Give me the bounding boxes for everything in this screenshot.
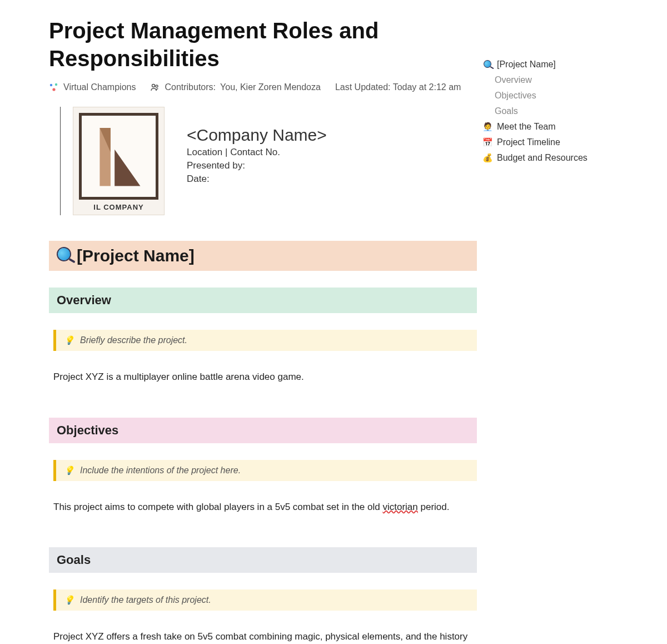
people-icon xyxy=(150,82,160,92)
objectives-banner: Objectives xyxy=(49,418,477,443)
svg-point-2 xyxy=(52,88,55,91)
spelling-error[interactable]: victorian xyxy=(382,502,417,512)
logo-caption: IL COMPANY xyxy=(93,203,143,211)
overview-body: Project XYZ is a multiplayer online batt… xyxy=(53,370,477,384)
svg-point-3 xyxy=(152,85,155,87)
overview-banner: Overview xyxy=(49,288,477,313)
bulb-icon: 💡 xyxy=(64,465,74,475)
contributors-names: You, Kier Zoren Mendoza xyxy=(220,82,321,92)
presented-by-label: Presented by: xyxy=(187,160,327,171)
contributors-label: Contributors: xyxy=(165,82,216,92)
magnifier-icon xyxy=(482,60,492,70)
space-name: Virtual Champions xyxy=(63,82,136,92)
overview-heading: Overview xyxy=(57,293,469,308)
goals-banner: Goals xyxy=(49,547,477,573)
last-updated: Last Updated: Today at 2:12 am xyxy=(335,82,461,92)
magnifier-icon xyxy=(57,246,71,265)
objectives-body: This project aims to compete with global… xyxy=(53,500,477,514)
goals-heading: Goals xyxy=(57,553,469,567)
space-icon xyxy=(49,82,59,92)
person-icon: 🧑‍💼 xyxy=(482,122,492,132)
last-updated-text: Last Updated: Today at 2:12 am xyxy=(335,82,461,92)
calendar-icon: 📅 xyxy=(482,137,492,147)
toc-objectives[interactable]: Objectives xyxy=(482,88,627,103)
svg-point-1 xyxy=(55,83,57,86)
project-name-banner: [Project Name] xyxy=(49,241,477,271)
company-block: IL COMPANY <Company Name> Location | Con… xyxy=(60,107,477,215)
toc-project-name[interactable]: [Project Name] xyxy=(482,57,627,72)
objectives-hint: 💡 Include the intentions of the project … xyxy=(53,460,477,481)
objectives-hint-text: Include the intentions of the project he… xyxy=(80,465,241,475)
toc-overview[interactable]: Overview xyxy=(482,72,627,88)
toc-meet-team[interactable]: 🧑‍💼 Meet the Team xyxy=(482,119,627,135)
goals-body: Project XYZ offers a fresh take on 5v5 c… xyxy=(53,630,477,644)
contributors-chip[interactable]: Contributors: You, Kier Zoren Mendoza xyxy=(150,82,320,92)
moneybag-icon: 💰 xyxy=(482,153,492,163)
space-chip[interactable]: Virtual Champions xyxy=(49,82,136,92)
svg-marker-7 xyxy=(115,150,140,186)
svg-point-4 xyxy=(156,85,158,87)
bulb-icon: 💡 xyxy=(64,335,74,345)
project-name-heading: [Project Name] xyxy=(77,246,195,265)
table-of-contents: [Project Name] Overview Objectives Goals… xyxy=(482,17,627,644)
date-label: Date: xyxy=(187,174,327,185)
page-title: Project Management Roles and Responsibil… xyxy=(49,17,477,72)
company-name: <Company Name> xyxy=(187,126,327,145)
svg-point-0 xyxy=(50,84,52,86)
objectives-heading: Objectives xyxy=(57,423,469,438)
meta-row: Virtual Champions Contributors: You, Kie… xyxy=(49,82,477,92)
overview-hint: 💡 Briefly describe the project. xyxy=(53,330,477,351)
main-content: Project Management Roles and Responsibil… xyxy=(49,17,477,644)
overview-hint-text: Briefly describe the project. xyxy=(80,335,187,345)
goals-hint-text: Identify the targets of this project. xyxy=(80,595,211,605)
company-info: <Company Name> Location | Contact No. Pr… xyxy=(187,107,327,215)
company-subline: Location | Contact No. xyxy=(187,147,327,158)
goals-hint: 💡 Identify the targets of this project. xyxy=(53,589,477,611)
toc-goals[interactable]: Goals xyxy=(482,103,627,119)
company-logo: IL COMPANY xyxy=(73,107,165,215)
toc-budget[interactable]: 💰 Budget and Resources xyxy=(482,150,627,166)
toc-timeline[interactable]: 📅 Project Timeline xyxy=(482,135,627,150)
bulb-icon: 💡 xyxy=(64,595,74,605)
